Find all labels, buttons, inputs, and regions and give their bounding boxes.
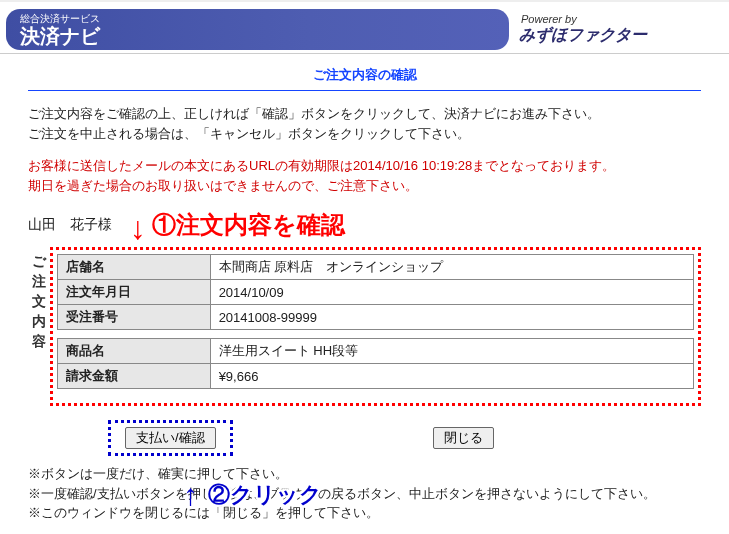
customer-name: 山田 花子様 bbox=[28, 216, 112, 234]
warning-text: お客様に送信したメールの本文にあるURLの有効期限は2014/10/16 10:… bbox=[28, 157, 701, 195]
content-area: ご注文内容の確認 ご注文内容をご確認の上、正しければ「確認」ボタンをクリックして… bbox=[0, 54, 729, 534]
value-amount: ¥9,666 bbox=[210, 364, 693, 389]
down-arrow-icon: ↓ bbox=[130, 212, 146, 244]
label-number: 受注番号 bbox=[58, 305, 211, 330]
button-row: 支払い/確認 閉じる bbox=[28, 420, 701, 456]
order-side-label-text: ご注文内容 bbox=[32, 253, 46, 349]
order-section: ご注文内容 店舗名 本間商店 原料店 オンラインショップ 注文年月日 2014/… bbox=[28, 247, 701, 406]
value-shop: 本間商店 原料店 オンラインショップ bbox=[210, 255, 693, 280]
annotation-step-1-text: ①注文内容を確認 bbox=[152, 209, 345, 241]
brand-title: 決済ナビ bbox=[20, 25, 509, 47]
order-side-label: ご注文内容 bbox=[28, 247, 50, 406]
warning-line-1: お客様に送信したメールの本文にあるURLの有効期限は2014/10/16 10:… bbox=[28, 157, 701, 175]
table-row: 請求金額 ¥9,666 bbox=[58, 364, 694, 389]
warning-line-2: 期日を過ぎた場合のお取り扱いはできませんので、ご注意下さい。 bbox=[28, 177, 701, 195]
label-shop: 店舗名 bbox=[58, 255, 211, 280]
powered-name: みずほファクター bbox=[519, 25, 719, 46]
page-root: 総合決済サービス 決済ナビ Powerer by みずほファクター ご注文内容の… bbox=[0, 0, 729, 534]
note-line-2: ※一度確認/支払いボタンを押した後は、ブラウザの戻るボタン、中止ボタンを押さない… bbox=[28, 484, 701, 504]
value-product: 洋生用スイート HH段等 bbox=[210, 339, 693, 364]
brand-pill: 総合決済サービス 決済ナビ bbox=[6, 9, 509, 50]
header-bar: 総合決済サービス 決済ナビ Powerer by みずほファクター bbox=[0, 6, 729, 54]
confirm-button-highlight: 支払い/確認 bbox=[108, 420, 233, 456]
table-row: 店舗名 本間商店 原料店 オンラインショップ bbox=[58, 255, 694, 280]
notes-block: ※ボタンは一度だけ、確実に押して下さい。 ※一度確認/支払いボタンを押した後は、… bbox=[28, 464, 701, 523]
order-highlight-box: 店舗名 本間商店 原料店 オンラインショップ 注文年月日 2014/10/09 … bbox=[50, 247, 701, 406]
note-line-1: ※ボタンは一度だけ、確実に押して下さい。 bbox=[28, 464, 701, 484]
value-date: 2014/10/09 bbox=[210, 280, 693, 305]
note-line-3: ※このウィンドウを閉じるには「閉じる」を押して下さい。 bbox=[28, 503, 701, 523]
table-row: 受注番号 20141008-99999 bbox=[58, 305, 694, 330]
order-header-table: 店舗名 本間商店 原料店 オンラインショップ 注文年月日 2014/10/09 … bbox=[57, 254, 694, 330]
table-row: 商品名 洋生用スイート HH段等 bbox=[58, 339, 694, 364]
label-date: 注文年月日 bbox=[58, 280, 211, 305]
customer-row: 山田 花子様 ↓ ①注文内容を確認 bbox=[28, 209, 701, 241]
brand-subtitle: 総合決済サービス bbox=[20, 13, 509, 25]
table-row: 注文年月日 2014/10/09 bbox=[58, 280, 694, 305]
page-title: ご注文内容の確認 bbox=[28, 66, 701, 91]
intro-line-1: ご注文内容をご確認の上、正しければ「確認」ボタンをクリックして、決済ナビにお進み… bbox=[28, 105, 701, 123]
annotation-step-1: ↓ ①注文内容を確認 bbox=[130, 209, 345, 241]
value-number: 20141008-99999 bbox=[210, 305, 693, 330]
intro-line-2: ご注文を中止される場合は、「キャンセル」ボタンをクリックして下さい。 bbox=[28, 125, 701, 143]
intro-text: ご注文内容をご確認の上、正しければ「確認」ボタンをクリックして、決済ナビにお進み… bbox=[28, 105, 701, 143]
powered-label: Powerer by bbox=[521, 13, 719, 25]
label-amount: 請求金額 bbox=[58, 364, 211, 389]
label-product: 商品名 bbox=[58, 339, 211, 364]
top-rule bbox=[0, 0, 729, 2]
powered-by: Powerer by みずほファクター bbox=[519, 6, 729, 53]
confirm-button[interactable]: 支払い/確認 bbox=[125, 427, 216, 449]
order-detail-table: 商品名 洋生用スイート HH段等 請求金額 ¥9,666 bbox=[57, 338, 694, 389]
close-button[interactable]: 閉じる bbox=[433, 427, 494, 449]
